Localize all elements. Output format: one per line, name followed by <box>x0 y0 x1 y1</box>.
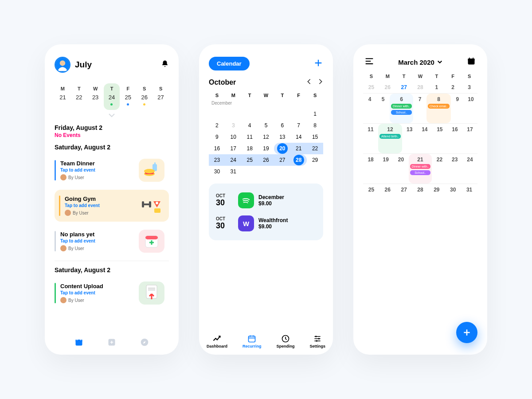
day-cell[interactable]: 31 <box>461 184 477 214</box>
day-cell[interactable]: 14 <box>417 124 432 153</box>
day-cell[interactable]: 12Attend birth.. <box>378 124 402 153</box>
day-cell[interactable]: 17 <box>462 124 477 153</box>
calendar-cell[interactable]: 9 <box>209 131 225 143</box>
calendar-cell[interactable]: 7 <box>290 120 307 131</box>
calendar-cell[interactable] <box>290 166 307 177</box>
day-cell[interactable]: 25 <box>363 82 379 93</box>
calendar-cell[interactable]: 2 <box>209 120 225 131</box>
calendar-cell[interactable] <box>307 166 323 177</box>
day-cell[interactable]: 19 <box>378 154 393 184</box>
day-col[interactable]: T24 <box>104 83 120 110</box>
prev-month-icon[interactable] <box>306 78 312 86</box>
calendar-cell[interactable]: 11 <box>242 131 258 143</box>
calendar-cell[interactable]: 16 <box>209 143 225 154</box>
calendar-cell[interactable]: 28 <box>290 154 307 166</box>
menu-icon[interactable] <box>365 58 374 66</box>
calendar-cell[interactable]: 12 <box>258 131 274 143</box>
day-cell[interactable]: 18 <box>363 154 378 184</box>
day-cell[interactable]: 25 <box>363 184 379 214</box>
day-cell[interactable]: 20 <box>393 154 408 184</box>
add-event-fab[interactable] <box>456 322 477 343</box>
calendar-cell[interactable] <box>242 108 258 120</box>
event-chip[interactable]: School.. <box>410 170 431 175</box>
calendar-cell[interactable]: 30 <box>209 166 225 177</box>
calendar-cell[interactable]: 10 <box>225 131 242 143</box>
day-cell[interactable]: 13 <box>402 124 417 153</box>
day-cell[interactable]: 28 <box>412 82 429 93</box>
day-cell[interactable]: 22 <box>432 154 447 184</box>
tab-add-icon[interactable] <box>107 338 116 348</box>
tab-compass-icon[interactable] <box>140 338 149 348</box>
event-chip[interactable]: Dinner with.. <box>391 104 412 109</box>
day-cell[interactable]: 21Dinner with..School.. <box>409 154 432 184</box>
day-cell[interactable]: 29 <box>428 184 445 214</box>
calendar-cell[interactable] <box>258 108 274 120</box>
calendar-cell[interactable]: 20 <box>274 143 290 154</box>
event-card[interactable]: No plans yetTap to add eventBy User <box>55 225 169 257</box>
event-chip[interactable]: Check emai.. <box>428 104 450 109</box>
calendar-cell[interactable] <box>225 108 242 120</box>
event-chip[interactable]: School.. <box>391 110 412 115</box>
day-cell[interactable]: 6Dinner with..School.. <box>390 94 413 123</box>
day-cell[interactable]: 27 <box>396 82 412 93</box>
month-selector[interactable]: March 2020 <box>398 59 442 66</box>
calendar-cell[interactable]: 6 <box>274 120 290 131</box>
day-col[interactable]: S26 <box>136 83 153 110</box>
event-card[interactable]: Going GymTap to add eventBy User <box>55 190 169 222</box>
day-cell[interactable]: 24 <box>462 154 477 184</box>
calendar-cell[interactable]: 25 <box>242 154 258 166</box>
calendar-icon[interactable] <box>467 57 476 67</box>
tab-spending[interactable]: Spending <box>276 334 294 348</box>
calendar-pill[interactable]: Calendar <box>209 57 250 70</box>
day-cell[interactable]: 3 <box>461 82 477 93</box>
calendar-cell[interactable]: 18 <box>242 143 258 154</box>
next-month-icon[interactable] <box>318 78 323 86</box>
calendar-cell[interactable]: 4 <box>242 120 258 131</box>
month-grid[interactable]: 25262728123456Dinner with..School..78Che… <box>363 82 477 214</box>
event-card[interactable]: Content UploadTap to add eventBy User <box>55 277 169 309</box>
calendar-cell[interactable]: 1 <box>307 108 323 120</box>
calendar-cell[interactable]: 24 <box>225 154 242 166</box>
calendar-cell[interactable]: 8 <box>307 120 323 131</box>
calendar-cell[interactable]: 13 <box>274 131 290 143</box>
day-cell[interactable]: 10 <box>464 94 477 123</box>
calendar-cell[interactable] <box>274 108 290 120</box>
calendar-cell[interactable]: 27 <box>274 154 290 166</box>
calendar-cell[interactable] <box>209 108 225 120</box>
day-cell[interactable]: 4 <box>363 94 376 123</box>
expand-week-icon[interactable] <box>55 113 169 118</box>
calendar-cell[interactable] <box>290 108 307 120</box>
calendar-cell[interactable]: 23 <box>209 154 225 166</box>
calendar-cell[interactable]: 3 <box>225 120 242 131</box>
calendar-cell[interactable] <box>258 166 274 177</box>
tab-recurring[interactable]: Recurring <box>243 334 262 348</box>
day-cell[interactable]: 30 <box>445 184 461 214</box>
day-cell[interactable]: 7 <box>413 94 426 123</box>
calendar-cell[interactable]: 29 <box>307 154 323 166</box>
day-cell[interactable]: 8Check emai.. <box>426 94 451 123</box>
calendar-cell[interactable]: 19 <box>258 143 274 154</box>
day-cell[interactable]: 5 <box>376 94 390 123</box>
day-cell[interactable]: 11 <box>363 124 378 153</box>
event-chip[interactable]: Attend birth.. <box>379 134 401 139</box>
day-cell[interactable]: 28 <box>412 184 429 214</box>
transaction-row[interactable]: OCT30December$9.00 <box>214 189 318 212</box>
day-cell[interactable]: 2 <box>445 82 461 93</box>
calendar-cell[interactable]: 5 <box>258 120 274 131</box>
calendar-cell[interactable]: 17 <box>225 143 242 154</box>
day-col[interactable]: M21 <box>55 83 71 110</box>
tab-calendar-icon[interactable] <box>74 338 83 348</box>
event-chip[interactable]: Dinner with.. <box>410 164 431 169</box>
event-card[interactable]: Team DinnerTap to add eventBy User <box>55 154 169 186</box>
calendar-cell[interactable]: 14 <box>290 131 307 143</box>
day-cell[interactable]: 23 <box>447 154 462 184</box>
day-cell[interactable]: 16 <box>447 124 462 153</box>
calendar-grid[interactable]: 1234567891011121314151617181920212223242… <box>209 108 323 177</box>
add-icon[interactable] <box>313 58 323 70</box>
calendar-cell[interactable]: 22 <box>307 143 323 154</box>
bell-icon[interactable] <box>161 60 169 70</box>
day-col[interactable]: S27 <box>153 83 169 110</box>
calendar-cell[interactable]: 26 <box>258 154 274 166</box>
day-cell[interactable]: 9 <box>451 94 464 123</box>
transaction-row[interactable]: OCT30WWealthfront$9.00 <box>214 212 318 235</box>
